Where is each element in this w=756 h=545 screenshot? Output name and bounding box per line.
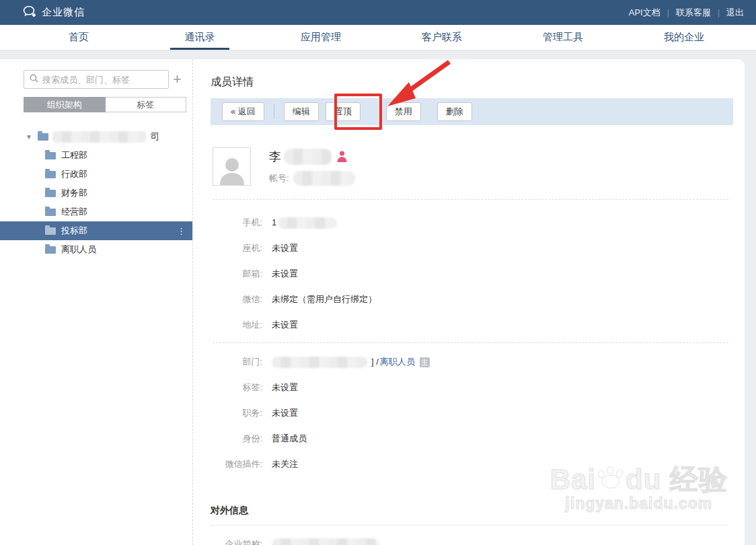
contacts-sidebar: + 组织架构 标签 ▼ 司 工程部 行政部 财务部 经营部 投标 bbox=[0, 59, 193, 545]
tree-item-engineering[interactable]: 工程部 bbox=[0, 146, 192, 165]
main-department-badge: 主 bbox=[420, 357, 430, 367]
member-toolbar: « 返回 编辑 置顶 禁用 删除 bbox=[211, 98, 733, 125]
org-tree: ▼ 司 工程部 行政部 财务部 经营部 投标部 ⋮ 离职人员 bbox=[0, 127, 192, 259]
department-suffix: ] / bbox=[371, 355, 379, 369]
tab-customer-relations[interactable]: 客户联系 bbox=[381, 25, 502, 50]
search-input[interactable] bbox=[42, 75, 163, 85]
former-staff-link[interactable]: 离职人员 bbox=[380, 355, 415, 369]
member-summary: 李 帐号: bbox=[213, 147, 745, 186]
search-box[interactable] bbox=[24, 70, 169, 89]
folder-icon bbox=[45, 171, 56, 178]
redacted-account bbox=[293, 171, 355, 186]
account-label: 帐号: bbox=[269, 172, 289, 184]
pin-button[interactable]: 置顶 bbox=[326, 102, 361, 121]
dashed-divider bbox=[213, 199, 728, 200]
field-row-mobile: 手机: 1 bbox=[202, 216, 745, 229]
folder-icon bbox=[45, 209, 56, 216]
tree-item-bidding-selected[interactable]: 投标部 ⋮ bbox=[0, 221, 192, 240]
tab-admin-tools[interactable]: 管理工具 bbox=[502, 25, 623, 50]
seg-tab-org-structure[interactable]: 组织架构 bbox=[24, 97, 106, 112]
female-gender-icon bbox=[336, 150, 348, 164]
chat-bubble-icon bbox=[23, 5, 37, 20]
search-icon bbox=[30, 74, 38, 85]
toolbar-divider bbox=[274, 104, 274, 119]
redacted-member-name bbox=[284, 149, 332, 165]
contact-support-link[interactable]: 联系客服 bbox=[676, 7, 711, 19]
active-tab-underline bbox=[170, 48, 229, 50]
folder-icon bbox=[45, 152, 56, 159]
folder-icon bbox=[45, 246, 56, 254]
sidebar-seg-tabs: 组织架构 标签 bbox=[24, 97, 186, 112]
redacted-company-name bbox=[52, 131, 147, 143]
api-docs-link[interactable]: API文档 bbox=[629, 7, 660, 19]
logout-link[interactable]: 退出 bbox=[726, 7, 744, 19]
tree-item-former-staff[interactable]: 离职人员 bbox=[0, 240, 192, 259]
org-fields: 部门: ] / 离职人员 主 标签: 未设置 职务: 未设置 身份: 普通成员 … bbox=[202, 355, 745, 471]
tab-my-company[interactable]: 我的企业 bbox=[623, 25, 745, 50]
page-title: 成员详情 bbox=[202, 59, 745, 89]
add-department-button[interactable]: + bbox=[169, 70, 186, 89]
link-separator: | bbox=[667, 8, 669, 17]
edit-button[interactable]: 编辑 bbox=[284, 102, 319, 121]
contact-fields: 手机: 1 座机: 未设置 邮箱: 未设置 微信: 未绑定（需用户自行绑定） 地… bbox=[202, 216, 745, 332]
field-row-department: 部门: ] / 离职人员 主 bbox=[202, 355, 745, 369]
field-row-email: 邮箱: 未设置 bbox=[202, 267, 745, 281]
tree-root-company[interactable]: ▼ 司 bbox=[0, 127, 192, 146]
field-row-tags: 标签: 未设置 bbox=[202, 381, 745, 394]
field-row-position: 职务: 未设置 bbox=[202, 406, 745, 420]
more-options-icon[interactable]: ⋮ bbox=[177, 227, 186, 235]
brand-name: 企业微信 bbox=[42, 6, 85, 19]
link-separator: | bbox=[718, 8, 720, 17]
back-button[interactable]: « 返回 bbox=[222, 102, 264, 121]
topbar-links: API文档 | 联系客服 | 退出 bbox=[629, 7, 744, 19]
seg-tab-tags[interactable]: 标签 bbox=[106, 97, 187, 112]
caret-down-icon: ▼ bbox=[26, 133, 34, 141]
field-row-company-short-name: 企业简称: bbox=[202, 538, 745, 545]
tab-contacts[interactable]: 通讯录 bbox=[139, 25, 260, 50]
folder-icon bbox=[45, 190, 56, 197]
redacted-mobile bbox=[278, 217, 337, 229]
redacted-company-short-name bbox=[272, 538, 379, 545]
external-info-heading: 对外信息 bbox=[211, 505, 745, 517]
field-row-wechat-plugin: 微信插件: 未关注 bbox=[202, 458, 745, 471]
folder-icon bbox=[45, 227, 56, 235]
main-nav: 首页 通讯录 应用管理 客户联系 管理工具 我的企业 bbox=[0, 25, 756, 50]
field-row-address: 地址: 未设置 bbox=[202, 318, 745, 332]
delete-button[interactable]: 删除 bbox=[437, 102, 472, 121]
dashed-divider bbox=[213, 342, 728, 343]
folder-icon bbox=[38, 133, 48, 141]
field-row-landline: 座机: 未设置 bbox=[202, 242, 745, 255]
topbar: 企业微信 API文档 | 联系客服 | 退出 bbox=[0, 0, 756, 25]
tree-item-finance[interactable]: 财务部 bbox=[0, 184, 192, 203]
disable-button[interactable]: 禁用 bbox=[386, 102, 421, 121]
tab-app-management[interactable]: 应用管理 bbox=[260, 25, 381, 50]
member-detail-panel: 成员详情 « 返回 编辑 置顶 禁用 删除 李 bbox=[193, 59, 745, 545]
redacted-department bbox=[272, 357, 367, 368]
tree-item-operations[interactable]: 经营部 bbox=[0, 203, 192, 221]
member-name: 李 bbox=[269, 149, 281, 165]
field-row-wechat: 微信: 未绑定（需用户自行绑定） bbox=[202, 293, 745, 306]
external-fields: 企业简称: 职务: 未设置 bbox=[202, 538, 745, 545]
wecom-logo[interactable]: 企业微信 bbox=[23, 5, 85, 20]
avatar bbox=[213, 147, 251, 186]
tab-home[interactable]: 首页 bbox=[18, 25, 139, 50]
section-divider bbox=[211, 525, 728, 525]
tree-item-administration[interactable]: 行政部 bbox=[0, 165, 192, 184]
field-row-identity: 身份: 普通成员 bbox=[202, 432, 745, 445]
mobile-prefix: 1 bbox=[272, 216, 276, 229]
